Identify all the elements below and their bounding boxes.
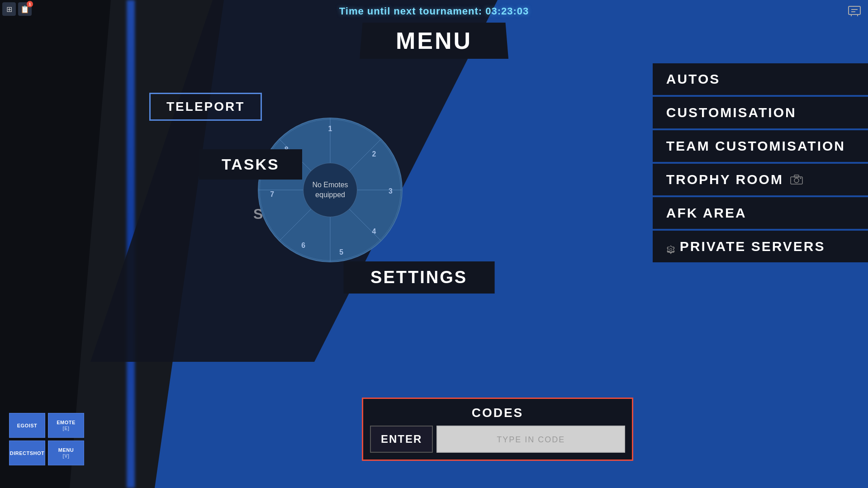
emote-wheel[interactable]: 1 2 3 4 5 6 7 8 No Emotes equipped — [258, 118, 403, 262]
team-customisation-button[interactable]: TEAM CUSTOMISATION — [653, 130, 868, 162]
svg-text:5: 5 — [339, 248, 343, 256]
svg-text:1: 1 — [328, 125, 332, 133]
top-bar: Time until next tournament: 03:23:03 — [0, 0, 868, 23]
notification-icon[interactable]: 📋 1 — [18, 2, 32, 16]
chat-icon[interactable] — [848, 5, 861, 18]
emote-wheel-center: No Emotes equipped — [303, 163, 357, 217]
bottom-left-buttons: EGOIST EMOTE [E] DIRECTSHOT MENU [V] — [9, 413, 84, 465]
svg-rect-0 — [849, 6, 860, 14]
svg-text:2: 2 — [372, 150, 376, 158]
private-servers-label: PRIVATE SERVERS — [680, 239, 825, 254]
svg-point-22 — [794, 178, 799, 183]
codes-panel: CODES ENTER — [362, 398, 633, 461]
svg-text:7: 7 — [270, 190, 274, 198]
gear-icon — [666, 242, 675, 251]
grid-icon[interactable]: ⊞ — [2, 2, 16, 16]
teleport-button[interactable]: TELEPORT — [149, 93, 262, 121]
svg-text:6: 6 — [301, 242, 305, 249]
notification-badge: 1 — [27, 1, 33, 7]
tournament-timer: Time until next tournament: 03:23:03 — [339, 5, 529, 17]
private-servers-button[interactable]: PRIVATE SERVERS — [653, 231, 868, 262]
right-menu: AUTOS CUSTOMISATION TEAM CUSTOMISATION T… — [653, 63, 868, 262]
code-input[interactable] — [436, 426, 625, 453]
emote-button[interactable]: EMOTE [E] — [48, 413, 84, 438]
codes-input-row: ENTER — [370, 426, 625, 453]
tasks-button[interactable]: TASKS — [199, 149, 302, 180]
svg-rect-23 — [794, 175, 799, 177]
enter-button[interactable]: ENTER — [370, 426, 433, 453]
menu-button[interactable]: MENU — [360, 23, 508, 59]
trophy-room-label: TROPHY ROOM — [666, 172, 783, 187]
trophy-room-button[interactable]: TROPHY ROOM — [653, 164, 868, 195]
egoist-button[interactable]: EGOIST — [9, 413, 45, 438]
autos-button[interactable]: AUTOS — [653, 63, 868, 95]
emote-wheel-container: 1 2 3 4 5 6 7 8 No Emotes equipped — [258, 118, 403, 262]
svg-text:3: 3 — [389, 187, 393, 195]
customisation-button[interactable]: CUSTOMISATION — [653, 97, 868, 128]
settings-button[interactable]: SETTINGS — [343, 261, 494, 294]
svg-point-24 — [800, 178, 801, 179]
svg-text:4: 4 — [372, 227, 376, 235]
codes-title: CODES — [370, 406, 625, 420]
top-left-icons: ⊞ 📋 1 — [2, 2, 32, 16]
menu-action-button[interactable]: MENU [V] — [48, 441, 84, 465]
camera-icon — [790, 175, 803, 185]
directshot-button[interactable]: DIRECTSHOT — [9, 441, 45, 465]
afk-area-button[interactable]: AFK AREA — [653, 197, 868, 229]
